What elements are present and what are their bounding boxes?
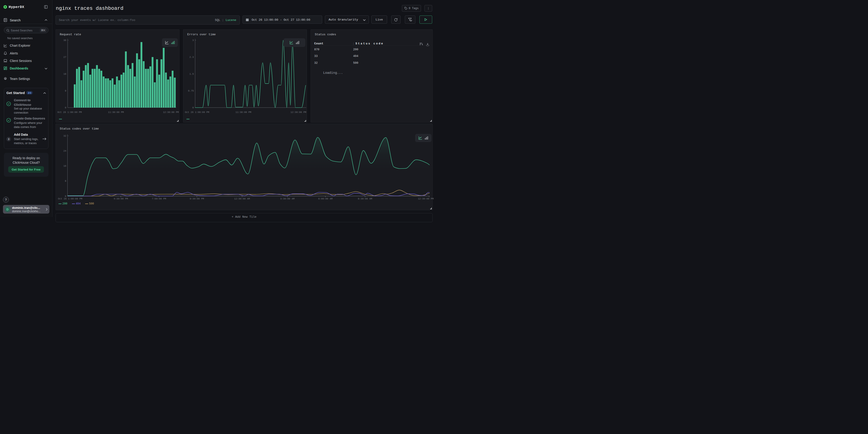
svg-text:1.5: 1.5: [189, 73, 194, 75]
svg-text:9: 9: [65, 90, 66, 92]
svg-text:4:30:00 PM: 4:30:00 PM: [114, 197, 128, 200]
svg-text:7:00:00 PM: 7:00:00 PM: [152, 197, 166, 200]
svg-text:36: 36: [63, 39, 66, 42]
svg-text:12:30:00 PM: 12:30:00 PM: [163, 111, 179, 114]
svg-text:3: 3: [192, 39, 193, 42]
svg-text:2.3: 2.3: [189, 56, 194, 59]
svg-text:18: 18: [63, 73, 66, 75]
svg-text:Oct 26 1:00:00 PM: Oct 26 1:00:00 PM: [58, 197, 82, 200]
svg-text:11:30:00 PM: 11:30:00 PM: [236, 111, 251, 114]
svg-text:0: 0: [65, 106, 66, 109]
svg-text:8: 8: [65, 180, 66, 182]
svg-text:0.75: 0.75: [188, 90, 193, 92]
svg-text:Oct 26 1:00:00 PM: Oct 26 1:00:00 PM: [185, 111, 209, 114]
svg-text:24: 24: [63, 150, 66, 152]
svg-text:12:30:00 PM: 12:30:00 PM: [290, 111, 306, 114]
svg-text:12:30:00 AM: 12:30:00 AM: [234, 197, 250, 200]
svg-text:12:30:00 PM: 12:30:00 PM: [418, 197, 434, 200]
svg-text:3:30:00 AM: 3:30:00 AM: [280, 197, 294, 200]
svg-text:16: 16: [63, 165, 66, 167]
svg-text:9:30:00 PM: 9:30:00 PM: [189, 197, 204, 200]
svg-text:8:30:00 AM: 8:30:00 AM: [358, 197, 372, 200]
svg-text:32: 32: [63, 134, 66, 137]
svg-text:0: 0: [192, 106, 193, 109]
svg-text:6:00:00 AM: 6:00:00 AM: [318, 197, 333, 200]
svg-text:Oct 26 1:00:00 PM: Oct 26 1:00:00 PM: [57, 111, 82, 114]
svg-text:27: 27: [63, 56, 66, 59]
svg-text:11:30:00 PM: 11:30:00 PM: [108, 111, 124, 114]
